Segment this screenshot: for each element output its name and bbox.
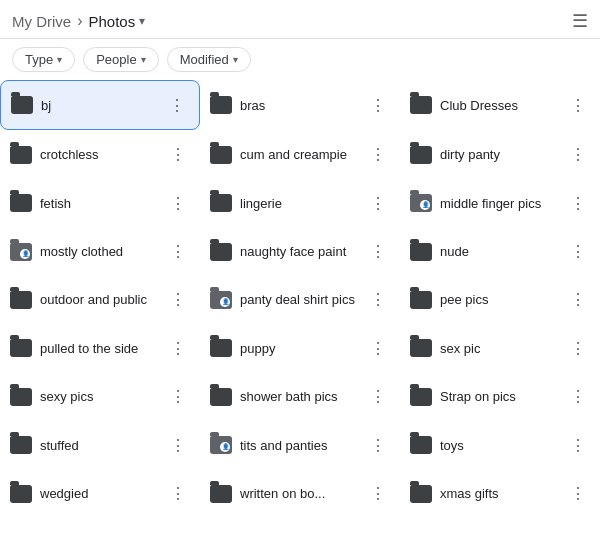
file-name: pee pics (440, 292, 558, 307)
more-options-button[interactable]: ⋮ (566, 482, 590, 505)
more-options-button[interactable]: ⋮ (566, 143, 590, 166)
list-item[interactable]: lingerie⋮ (200, 179, 400, 227)
folder-icon (210, 339, 232, 357)
file-name: bras (240, 98, 358, 113)
more-options-button[interactable]: ⋮ (166, 240, 190, 263)
dropdown-arrow-icon: ▾ (139, 14, 145, 28)
modified-filter-arrow-icon: ▾ (233, 54, 238, 65)
list-item[interactable]: fetish⋮ (0, 179, 200, 227)
folder-icon (10, 291, 32, 309)
folder-icon (210, 243, 232, 261)
more-options-button[interactable]: ⋮ (566, 288, 590, 311)
header-right: ☰ (572, 10, 588, 32)
more-options-button[interactable]: ⋮ (566, 192, 590, 215)
file-name: fetish (40, 196, 158, 211)
folder-icon (410, 436, 432, 454)
modified-filter-button[interactable]: Modified ▾ (167, 47, 251, 72)
list-item[interactable]: 👤mostly clothed⋮ (0, 227, 200, 275)
my-drive-link[interactable]: My Drive (12, 13, 71, 30)
list-item[interactable]: sex pic⋮ (400, 324, 600, 372)
list-item[interactable]: sexy pics⋮ (0, 373, 200, 421)
modified-filter-label: Modified (180, 52, 229, 67)
people-filter-arrow-icon: ▾ (141, 54, 146, 65)
file-name: mostly clothed (40, 244, 158, 259)
list-item[interactable]: bj⋮ (0, 80, 200, 130)
list-item[interactable]: wedgied⋮ (0, 470, 200, 518)
list-item[interactable]: pulled to the side⋮ (0, 324, 200, 372)
type-filter-label: Type (25, 52, 53, 67)
file-name: toys (440, 438, 558, 453)
more-options-button[interactable]: ⋮ (165, 94, 189, 117)
list-item[interactable]: crotchless⋮ (0, 130, 200, 178)
list-item[interactable]: Club Dresses⋮ (400, 80, 600, 130)
list-item[interactable]: 👤panty deal shirt pics⋮ (200, 276, 400, 324)
more-options-button[interactable]: ⋮ (366, 337, 390, 360)
file-grid: bj⋮bras⋮Club Dresses⋮crotchless⋮cum and … (0, 80, 600, 518)
folder-icon (210, 146, 232, 164)
photos-label: Photos (89, 13, 136, 30)
more-options-button[interactable]: ⋮ (566, 94, 590, 117)
more-options-button[interactable]: ⋮ (566, 240, 590, 263)
list-item[interactable]: toys⋮ (400, 421, 600, 469)
person-folder-icon: 👤 (10, 243, 32, 261)
list-item[interactable]: bras⋮ (200, 80, 400, 130)
more-options-button[interactable]: ⋮ (366, 94, 390, 117)
more-options-button[interactable]: ⋮ (366, 482, 390, 505)
list-item[interactable]: outdoor and public⋮ (0, 276, 200, 324)
list-item[interactable]: dirty panty⋮ (400, 130, 600, 178)
people-filter-label: People (96, 52, 136, 67)
folder-icon (210, 485, 232, 503)
toolbar: Type ▾ People ▾ Modified ▾ (0, 39, 600, 80)
person-folder-icon: 👤 (210, 291, 232, 309)
type-filter-button[interactable]: Type ▾ (12, 47, 75, 72)
list-item[interactable]: pee pics⋮ (400, 276, 600, 324)
more-options-button[interactable]: ⋮ (366, 385, 390, 408)
people-filter-button[interactable]: People ▾ (83, 47, 158, 72)
more-options-button[interactable]: ⋮ (166, 482, 190, 505)
person-folder-icon: 👤 (410, 194, 432, 212)
folder-icon (210, 388, 232, 406)
more-options-button[interactable]: ⋮ (166, 434, 190, 457)
file-name: sex pic (440, 341, 558, 356)
file-name: puppy (240, 341, 358, 356)
more-options-button[interactable]: ⋮ (366, 143, 390, 166)
list-item[interactable]: puppy⋮ (200, 324, 400, 372)
more-options-button[interactable]: ⋮ (166, 337, 190, 360)
more-options-button[interactable]: ⋮ (366, 288, 390, 311)
folder-icon (10, 146, 32, 164)
list-item[interactable]: stuffed⋮ (0, 421, 200, 469)
file-name: Strap on pics (440, 389, 558, 404)
more-options-button[interactable]: ⋮ (166, 143, 190, 166)
more-options-button[interactable]: ⋮ (566, 337, 590, 360)
file-name: naughty face paint (240, 244, 358, 259)
file-name: tits and panties (240, 438, 358, 453)
file-name: Club Dresses (440, 98, 558, 113)
more-options-button[interactable]: ⋮ (166, 288, 190, 311)
list-item[interactable]: 👤middle finger pics⋮ (400, 179, 600, 227)
list-item[interactable]: cum and creampie⋮ (200, 130, 400, 178)
photos-breadcrumb[interactable]: Photos ▾ (89, 13, 146, 30)
file-name: dirty panty (440, 147, 558, 162)
list-item[interactable]: naughty face paint⋮ (200, 227, 400, 275)
list-item[interactable]: shower bath pics⋮ (200, 373, 400, 421)
list-item[interactable]: written on bo...⋮ (200, 470, 400, 518)
list-item[interactable]: nude⋮ (400, 227, 600, 275)
folder-icon (10, 194, 32, 212)
folder-icon (210, 194, 232, 212)
more-options-button[interactable]: ⋮ (566, 385, 590, 408)
more-options-button[interactable]: ⋮ (166, 192, 190, 215)
header: My Drive › Photos ▾ ☰ (0, 0, 600, 39)
more-options-button[interactable]: ⋮ (166, 385, 190, 408)
more-options-button[interactable]: ⋮ (366, 192, 390, 215)
file-name: sexy pics (40, 389, 158, 404)
folder-icon (410, 485, 432, 503)
list-item[interactable]: xmas gifts⋮ (400, 470, 600, 518)
list-item[interactable]: Strap on pics⋮ (400, 373, 600, 421)
breadcrumb-separator: › (77, 12, 82, 30)
file-name: pulled to the side (40, 341, 158, 356)
list-item[interactable]: 👤tits and panties⋮ (200, 421, 400, 469)
more-options-button[interactable]: ⋮ (366, 434, 390, 457)
more-options-button[interactable]: ⋮ (566, 434, 590, 457)
list-view-icon[interactable]: ☰ (572, 11, 588, 31)
more-options-button[interactable]: ⋮ (366, 240, 390, 263)
